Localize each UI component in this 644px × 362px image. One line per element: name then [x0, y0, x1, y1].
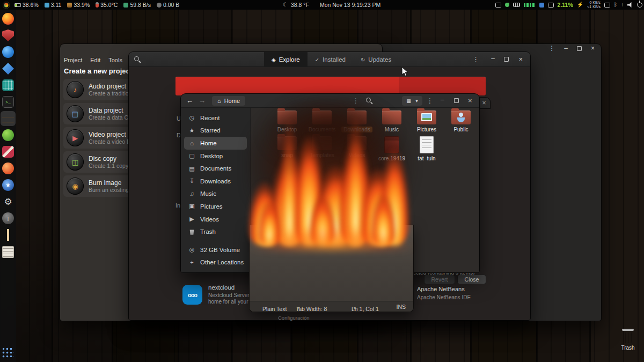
- dock-shield-icon[interactable]: [2, 29, 14, 41]
- dock-music-app-icon[interactable]: [2, 162, 14, 174]
- dock-diamond-app-icon[interactable]: [2, 63, 14, 75]
- network-speed-indicator[interactable]: 0 KB/s <1 KB/s: [587, 1, 601, 9]
- minimize-button[interactable]: –: [441, 97, 444, 103]
- software-tabs: ◈ Explore ✓ Installed ↻ Updates: [264, 52, 399, 67]
- file-item-music[interactable]: Music: [376, 110, 407, 132]
- tab-updates[interactable]: ↻ Updates: [353, 52, 399, 67]
- kebab-icon[interactable]: ⋮: [427, 97, 433, 105]
- dock-document-icon[interactable]: [2, 246, 14, 258]
- charging-bolt-icon: ⚡: [577, 2, 583, 8]
- sidebar-item-home[interactable]: ⌂ Home: [184, 137, 247, 150]
- kebab-icon[interactable]: ⋮: [472, 55, 479, 63]
- dock-terminal-icon[interactable]: >_: [2, 96, 14, 108]
- sidebar-item-documents[interactable]: ▤ Documents: [184, 162, 247, 175]
- show-applications-button[interactable]: [2, 348, 14, 359]
- restore-button[interactable]: [577, 46, 582, 51]
- status-leaf-icon[interactable]: [505, 3, 509, 7]
- printer-icon[interactable]: [548, 3, 554, 8]
- editor-window[interactable]: Plain Text▾ Tab Width: 8▾ Ln 1, Col 1▾ I…: [250, 225, 413, 312]
- upload-arrow-icon[interactable]: ↑: [621, 2, 624, 8]
- menu-tools[interactable]: Tools: [108, 57, 122, 63]
- dock-files-icon[interactable]: [2, 113, 14, 124]
- view-toggle-button[interactable]: ▦ ▾: [402, 96, 422, 106]
- sidebar-item-pictures[interactable]: ▣ Pictures: [184, 200, 247, 213]
- file-item-public[interactable]: Public: [445, 110, 477, 132]
- search-icon[interactable]: [134, 56, 141, 63]
- close-dialog-button[interactable]: Close: [457, 275, 486, 284]
- path-button[interactable]: ⌂ Home: [212, 96, 245, 106]
- dock-package-icon[interactable]: [2, 229, 14, 241]
- forward-button[interactable]: →: [199, 97, 206, 105]
- file-item-snap[interactable]: snap: [272, 136, 303, 158]
- sidebar-item-videos[interactable]: ▶ Videos: [184, 213, 247, 226]
- battery-indicator[interactable]: 38.6%: [14, 2, 39, 8]
- display-icon[interactable]: [495, 3, 501, 8]
- clock[interactable]: Mon Nov 13 9:19:23 PM: [320, 2, 380, 8]
- refresh-icon: ↻: [361, 57, 365, 63]
- close-button[interactable]: ×: [591, 45, 595, 51]
- app-list-title[interactable]: Apache NetBeans: [417, 286, 465, 292]
- file-item-documents[interactable]: Documents: [306, 110, 338, 132]
- dock-paint-icon[interactable]: [2, 146, 14, 158]
- file-item-templates[interactable]: Templates: [306, 136, 338, 158]
- cpu-bars-icon[interactable]: [524, 3, 536, 7]
- screen-icon[interactable]: [604, 3, 610, 8]
- network-rate-indicator[interactable]: 59.8 B/s: [123, 2, 151, 8]
- sidebar-separator: [181, 238, 250, 243]
- back-button[interactable]: ←: [186, 97, 193, 105]
- sidebar-item-downloads[interactable]: ↧ Downloads: [184, 175, 247, 188]
- sidebar-item-volume[interactable]: ◎ 32 GB Volume: [184, 243, 247, 256]
- minimize-button[interactable]: –: [564, 45, 568, 51]
- desktop-trash[interactable]: Trash: [616, 329, 640, 351]
- power-icon[interactable]: [637, 2, 642, 8]
- sidebar-item-trash[interactable]: Trash: [184, 225, 247, 238]
- applet-icon[interactable]: [539, 3, 544, 8]
- app-name[interactable]: nextcloud: [208, 284, 235, 291]
- sidebar-item-starred[interactable]: ★ Starred: [184, 124, 247, 137]
- menu-project[interactable]: Project: [64, 57, 82, 63]
- bluetooth-icon[interactable]: ᛒ: [614, 2, 617, 8]
- desktop-icon: ▢: [188, 152, 195, 159]
- file-item-core[interactable]: core.19419: [376, 136, 407, 161]
- search-icon[interactable]: [365, 97, 372, 104]
- kebab-icon[interactable]: ⋮: [548, 45, 555, 51]
- dock-downloader-icon[interactable]: ↓: [2, 212, 14, 224]
- dock-firefox-icon[interactable]: [2, 13, 14, 25]
- tab-installed[interactable]: ✓ Installed: [308, 52, 353, 67]
- file-item-tat-tuln[interactable]: tat -tuln: [411, 136, 442, 161]
- restore-button[interactable]: [504, 57, 509, 62]
- tab-explore[interactable]: ◈ Explore: [264, 52, 308, 67]
- revert-button[interactable]: Revert: [424, 275, 455, 284]
- dock-calculator-icon[interactable]: [2, 79, 14, 91]
- folder-icon: [312, 110, 332, 124]
- sidebar-item-other-locations[interactable]: + Other Locations: [184, 256, 247, 269]
- dock-browser-icon[interactable]: [2, 46, 14, 58]
- minimize-button[interactable]: –: [491, 55, 495, 62]
- file-item-downloads[interactable]: Downloads: [341, 110, 372, 132]
- keyboard-icon[interactable]: [513, 3, 520, 7]
- temperature-indicator[interactable]: 35.0°C: [96, 2, 118, 8]
- sidebar-item-recent[interactable]: ◷ Recent: [184, 112, 247, 124]
- hidden-window-close[interactable]: ×: [478, 98, 490, 108]
- menu-edit[interactable]: Edit: [90, 57, 100, 63]
- battery-percent[interactable]: 2.11%: [558, 2, 573, 8]
- memory-indicator[interactable]: 33.9%: [67, 2, 90, 8]
- sidebar-item-music[interactable]: ♫ Music: [184, 188, 247, 201]
- close-button[interactable]: ×: [518, 55, 523, 63]
- restore-button[interactable]: [454, 98, 459, 103]
- menu-dots-icon[interactable]: ⋮: [353, 97, 359, 105]
- file-item-pictures[interactable]: Pictures: [411, 110, 442, 132]
- nextcloud-app-icon[interactable]: ooo: [182, 285, 202, 305]
- sidebar-item-desktop[interactable]: ▢ Desktop: [184, 150, 247, 162]
- dock-green-app-icon[interactable]: [2, 129, 14, 141]
- dock-star-app-icon[interactable]: ★: [2, 179, 14, 191]
- dock-settings-icon[interactable]: ⚙: [2, 196, 14, 208]
- file-item-videos[interactable]: Videos: [341, 136, 372, 158]
- close-button[interactable]: ×: [468, 97, 472, 105]
- volume-icon[interactable]: [627, 2, 633, 8]
- file-item-desktop[interactable]: Desktop: [272, 110, 303, 132]
- load-indicator[interactable]: 3.11: [45, 2, 62, 8]
- disk-io-indicator[interactable]: 0.00 B: [157, 2, 179, 8]
- weather-indicator[interactable]: 38.8 °F: [291, 2, 309, 8]
- distro-logo-icon[interactable]: [3, 2, 10, 9]
